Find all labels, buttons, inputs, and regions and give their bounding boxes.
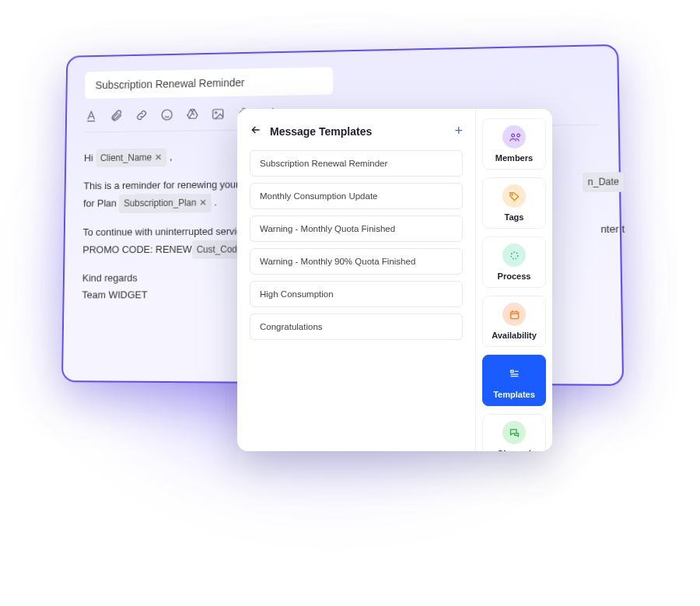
rail-label: Channel: [497, 449, 530, 451]
svg-point-2: [215, 112, 217, 114]
link-icon[interactable]: [135, 108, 148, 122]
popover-title: Message Templates: [270, 125, 372, 138]
rail-item-members[interactable]: Members: [482, 118, 546, 170]
templates-list-panel: Message Templates + Subscription Renewal…: [237, 109, 476, 451]
back-button[interactable]: [250, 124, 262, 139]
body-signoff: Kind regards: [82, 272, 138, 284]
attachment-icon[interactable]: [110, 109, 123, 123]
variable-chip-plan[interactable]: Subscription_Plan ✕: [119, 194, 212, 213]
body-text: PROMO CODE: RENEW: [82, 243, 192, 255]
svg-point-5: [511, 194, 512, 194]
availability-icon: [502, 303, 526, 326]
rail-item-tags[interactable]: Tags: [482, 177, 546, 229]
templates-popover: Message Templates + Subscription Renewal…: [237, 109, 552, 451]
template-item[interactable]: Monthly Consumption Update: [250, 183, 463, 209]
template-item[interactable]: High Consumption: [250, 281, 463, 307]
subject-field[interactable]: Subscription Renewal Reminder: [85, 67, 333, 99]
body-text-clipped: nter t: [600, 220, 625, 238]
text-style-icon[interactable]: [85, 109, 98, 123]
svg-point-4: [511, 134, 514, 137]
channel-icon: [502, 421, 526, 444]
svg-rect-8: [510, 370, 513, 373]
drive-icon[interactable]: [186, 107, 200, 121]
svg-point-0: [162, 110, 172, 120]
rail-item-availability[interactable]: Availability: [482, 296, 546, 347]
template-item[interactable]: Congratulations: [250, 314, 463, 340]
svg-rect-1: [213, 110, 223, 119]
rail-item-channel[interactable]: Channel: [482, 414, 546, 451]
popover-header: Message Templates +: [250, 123, 463, 139]
rail-label: Tags: [505, 212, 524, 222]
rail-label: Availability: [492, 331, 537, 340]
body-text: Hi: [84, 152, 96, 164]
svg-point-6: [511, 252, 518, 259]
tags-icon: [502, 184, 526, 208]
process-icon: [502, 243, 526, 267]
template-item[interactable]: Warning - Monthly 90% Quota Finished: [250, 248, 463, 275]
rail-label: Members: [495, 153, 533, 163]
emoji-icon[interactable]: [160, 108, 173, 122]
template-item[interactable]: Warning - Monthly Quota Finished: [250, 215, 463, 242]
close-icon[interactable]: ✕: [199, 195, 207, 211]
body-signoff: Team WIDGET: [82, 289, 147, 301]
members-icon: [502, 125, 526, 149]
svg-rect-7: [510, 311, 518, 318]
image-icon[interactable]: [211, 107, 225, 121]
template-item[interactable]: Subscription Renewal Reminder: [250, 150, 463, 177]
body-text: for Plan: [83, 198, 119, 209]
rail-item-templates[interactable]: Templates: [482, 355, 546, 406]
templates-icon: [502, 362, 526, 385]
rail-label: Templates: [493, 390, 535, 399]
close-icon[interactable]: ✕: [155, 149, 163, 165]
add-template-button[interactable]: +: [454, 123, 463, 139]
rail-label: Process: [498, 271, 531, 281]
popover-reflection: [237, 445, 552, 569]
variable-chip-date[interactable]: n_Date: [583, 173, 624, 192]
popover-rail: Members Tags Process Availability Templa…: [476, 109, 552, 451]
variable-chip-client[interactable]: Client_Name ✕: [96, 148, 167, 167]
rail-item-process[interactable]: Process: [482, 236, 546, 288]
